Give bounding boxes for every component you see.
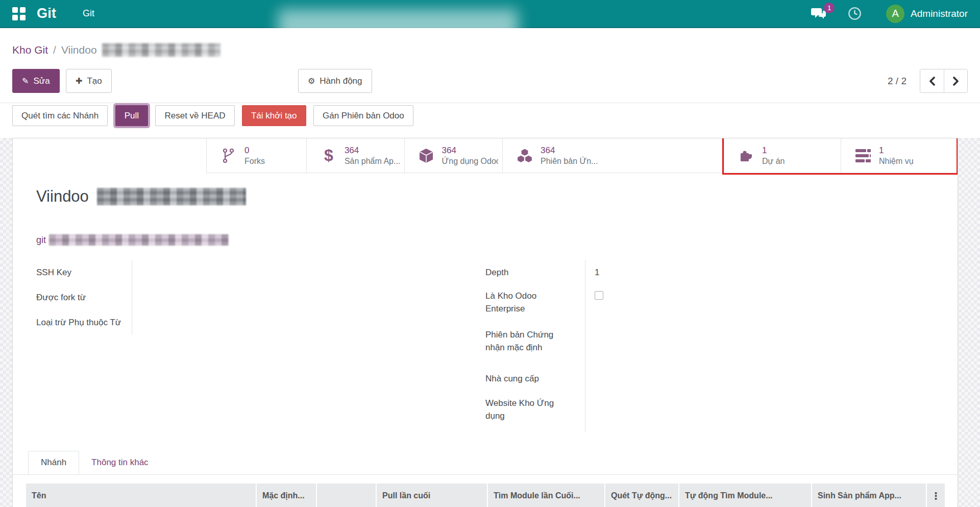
stat-button-tasks[interactable]: 1 Nhiệm vụ: [841, 138, 958, 173]
apps-grid-icon[interactable]: [12, 7, 26, 20]
field-value-exclude-dependency[interactable]: [132, 310, 475, 335]
activities-button[interactable]: [848, 7, 862, 20]
pager-next-button[interactable]: [944, 69, 967, 92]
stat-value: 364: [541, 145, 598, 156]
field-value-ssh-key[interactable]: [132, 260, 475, 285]
app-brand[interactable]: Git: [37, 6, 56, 21]
field-row-apps-website: Website Kho Ứng dụng: [485, 391, 769, 431]
navbar-right: 1 A Administrator: [790, 5, 970, 23]
stat-value: 364: [442, 145, 498, 156]
stat-value: 364: [345, 145, 400, 156]
column-header-generate-app-product[interactable]: Sinh Sản phẩm App...: [812, 484, 927, 507]
field-row-depth: Depth 1: [485, 260, 769, 283]
tab-other-info[interactable]: Thông tin khác: [79, 451, 161, 474]
dollar-icon: $: [320, 146, 337, 165]
stat-label: Dự án: [762, 156, 785, 166]
breadcrumb-current: Viindoo: [61, 44, 97, 56]
field-label: Website Kho Ứng dụng: [485, 391, 585, 431]
scan-branches-label: Quét tìm các Nhánh: [21, 111, 99, 121]
stat-label: Sản phẩm Ap...: [345, 156, 400, 166]
field-group-left: SSH Key Được fork từ Loại trừ Phụ thuộc …: [36, 260, 475, 335]
user-avatar[interactable]: A: [886, 5, 904, 23]
tabs-bar: Nhánh Thông tin khác: [13, 451, 958, 475]
user-name[interactable]: Administrator: [911, 8, 968, 19]
statusbar: Quét tìm các Nhánh Pull Reset về HEAD Tá…: [0, 103, 980, 128]
stat-button-odoo-apps[interactable]: 364 Ứng dụng Odoo: [404, 138, 502, 173]
control-panel: Kho Git / Viindoo ✎ Sửa ✚ Tạo ⚙ Hành độn…: [0, 28, 980, 103]
stat-button-projects[interactable]: 1 Dự án: [724, 138, 841, 173]
column-header-default[interactable]: Mặc định...: [257, 484, 317, 507]
field-label: Nhà cung cấp: [485, 366, 585, 391]
gear-icon: ⚙: [308, 76, 315, 86]
field-groups: SSH Key Được fork từ Loại trừ Phụ thuộc …: [36, 260, 769, 431]
reset-head-label: Reset về HEAD: [164, 111, 225, 121]
record-title-row: Viindoo: [36, 187, 246, 206]
field-value-apps-website[interactable]: [585, 391, 769, 431]
tab-branches[interactable]: Nhánh: [28, 451, 79, 474]
git-url-row[interactable]: git: [36, 234, 229, 246]
action-button-label: Hành động: [320, 76, 362, 86]
stat-button-forks[interactable]: 0 Forks: [206, 138, 306, 173]
pager: 2 / 2: [888, 69, 968, 93]
create-button-label: Tạo: [87, 76, 102, 86]
create-button[interactable]: ✚ Tạo: [66, 69, 112, 93]
field-value-forked-from[interactable]: [132, 285, 475, 310]
field-label: SSH Key: [36, 260, 132, 285]
column-header-last-pull[interactable]: Pull lần cuối: [377, 484, 488, 507]
messages-badge: 1: [824, 3, 835, 13]
pull-button[interactable]: Pull: [115, 105, 148, 126]
column-header-name[interactable]: Tên: [26, 484, 257, 507]
chevron-right-icon: [952, 77, 960, 86]
redacted-git-url: [49, 234, 229, 246]
vertical-ellipsis-icon: ⋮: [931, 490, 941, 502]
field-row-forked-from: Được fork từ: [36, 285, 475, 310]
column-header-auto-scan[interactable]: Quét Tự động...: [605, 484, 679, 507]
edit-button[interactable]: ✎ Sửa: [12, 69, 60, 93]
control-buttons-row: ✎ Sửa ✚ Tạo ⚙ Hành động 2 / 2: [12, 69, 968, 93]
record-title: Viindoo: [36, 187, 89, 206]
column-header-empty[interactable]: [317, 484, 377, 507]
field-label: Loại trừ Phụ thuộc Từ: [36, 310, 132, 335]
stat-label: Phiên bản Ứn...: [541, 156, 598, 166]
breadcrumb-parent-link[interactable]: Kho Git: [12, 44, 48, 56]
reset-head-button[interactable]: Reset về HEAD: [155, 105, 234, 126]
field-group-right: Depth 1 Là Kho Odoo Enterprise Phiên bản…: [485, 260, 769, 431]
chevron-left-icon: [928, 77, 936, 86]
stat-button-app-products[interactable]: $ 364 Sản phẩm Ap...: [306, 138, 404, 173]
field-row-ssh-key: SSH Key: [36, 260, 475, 285]
breadcrumb: Kho Git / Viindoo: [12, 43, 220, 57]
reinitialize-button[interactable]: Tái khởi tạo: [242, 105, 306, 126]
code-fork-icon: [220, 148, 237, 163]
stat-label: Nhiệm vụ: [879, 156, 914, 166]
stat-label: Forks: [244, 156, 265, 166]
assign-odoo-version-button[interactable]: Gán Phiên bản Odoo: [313, 105, 413, 126]
enterprise-checkbox[interactable]: [595, 291, 603, 300]
nav-menu-git[interactable]: Git: [83, 8, 94, 19]
field-value-default-cert-version[interactable]: [585, 322, 769, 366]
git-url-prefix: git: [36, 235, 46, 246]
action-menu-button[interactable]: ⚙ Hành động: [298, 69, 372, 93]
stat-label: Ứng dụng Odoo: [442, 156, 498, 166]
pager-value: 2 / 2: [888, 76, 906, 87]
form-sheet: 0 Forks $ 364 Sản phẩm Ap...: [12, 138, 958, 507]
redacted-breadcrumb-text: [102, 43, 220, 57]
plus-icon: ✚: [76, 76, 82, 86]
stat-button-box: 0 Forks $ 364 Sản phẩm Ap...: [206, 138, 958, 173]
field-label: Được fork từ: [36, 285, 132, 310]
branch-table-header: Tên Mặc định... Pull lần cuối Tìm Module…: [26, 484, 945, 507]
column-header-auto-find-module[interactable]: Tự động Tìm Module...: [679, 484, 812, 507]
stat-button-app-versions[interactable]: 364 Phiên bản Ứn...: [502, 138, 724, 173]
field-value-vendor[interactable]: [585, 366, 769, 391]
edit-button-label: Sửa: [33, 76, 50, 86]
top-navbar: Git Git 1 A Administrator: [0, 0, 980, 28]
field-value-depth[interactable]: 1: [585, 260, 769, 283]
messages-button[interactable]: 1: [811, 7, 826, 20]
reinitialize-label: Tái khởi tạo: [251, 111, 297, 121]
redacted-record-title: [97, 188, 246, 205]
pager-previous-button[interactable]: [920, 69, 944, 92]
optional-columns-toggle[interactable]: ⋮: [927, 484, 945, 507]
stat-value: 1: [879, 145, 914, 156]
column-header-last-module-find[interactable]: Tìm Module lần Cuối...: [488, 484, 605, 507]
cube-icon: [418, 148, 435, 163]
scan-branches-button[interactable]: Quét tìm các Nhánh: [12, 105, 108, 126]
